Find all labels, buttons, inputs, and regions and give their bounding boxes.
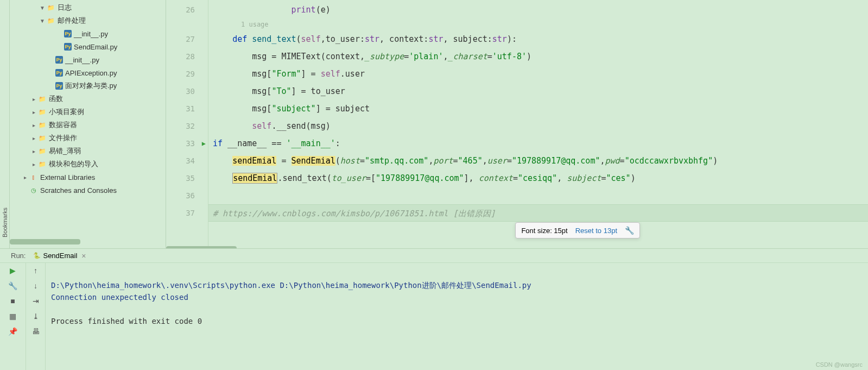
tree-item-label: SendEmail.py bbox=[74, 43, 117, 51]
folder-icon: 📁 bbox=[47, 3, 55, 12]
line-number: 29 bbox=[166, 65, 208, 83]
tree-item[interactable]: PyAPIException.py bbox=[10, 66, 166, 79]
close-icon[interactable]: × bbox=[81, 252, 86, 260]
line-number: 32 bbox=[166, 117, 208, 135]
tree-item[interactable]: ▼📁日志 bbox=[10, 1, 166, 14]
usage-hint[interactable]: 1 usage bbox=[208, 18, 868, 30]
chevron-icon[interactable]: ▼ bbox=[38, 5, 47, 11]
tree-item-label: 小项目案例 bbox=[49, 107, 84, 117]
tree-item-label: 易错_薄弱 bbox=[49, 146, 81, 156]
run-header: Run: 🐍 SendEmail × bbox=[0, 249, 868, 263]
run-gutter-icon[interactable]: ▶ bbox=[202, 140, 206, 147]
tree-item-label: 邮件处理 bbox=[58, 16, 86, 26]
wrench-icon[interactable]: 🔧 bbox=[8, 281, 17, 290]
run-body: ▶ 🔧 ■ ▦ 📌 ↑ ↓ ⇥ ⤓ 🖶 D:\Python\heima_home… bbox=[0, 263, 868, 370]
watermark: CSDN @wangsrc bbox=[816, 361, 863, 368]
python-icon: 🐍 bbox=[33, 252, 41, 259]
scrollbar-thumb[interactable] bbox=[166, 246, 237, 248]
folder-icon: 📁 bbox=[38, 95, 47, 103]
run-label: Run: bbox=[11, 252, 26, 260]
folder-icon: 📁 bbox=[47, 16, 55, 25]
code-line[interactable]: msg["Form"] = self.user bbox=[208, 65, 868, 83]
tree-item[interactable]: ▸📁数据容器 bbox=[10, 118, 166, 131]
tree-item[interactable]: ▸📁易错_薄弱 bbox=[10, 145, 166, 158]
chevron-icon[interactable]: ▸ bbox=[29, 148, 38, 154]
wrap-icon[interactable]: ⇥ bbox=[33, 297, 39, 305]
chevron-icon[interactable]: ▸ bbox=[29, 161, 38, 167]
tree-item[interactable]: Py__init__.py bbox=[10, 53, 166, 66]
line-number: 33▶ bbox=[166, 135, 208, 152]
editor[interactable]: 2627282930313233▶34353637 print(e)1 usag… bbox=[166, 0, 868, 248]
code-line[interactable]: # https://www.cnblogs.com/kimsbo/p/10671… bbox=[208, 204, 868, 222]
tree-item-label: 日志 bbox=[58, 3, 72, 12]
code-area[interactable]: print(e)1 usage def send_text(self,to_us… bbox=[208, 0, 868, 248]
tree-item[interactable]: ▸📁函数 bbox=[10, 92, 166, 105]
scroll-icon[interactable]: ⤓ bbox=[33, 312, 39, 321]
tree-scrollbar[interactable] bbox=[10, 239, 80, 244]
code-line[interactable]: sendEmial = SendEmial(host="smtp.qq.com"… bbox=[208, 152, 868, 170]
python-file-icon: Py bbox=[55, 56, 63, 64]
tree-item[interactable]: ◷Scratches and Consoles bbox=[10, 184, 166, 197]
tree-item[interactable]: ▸📁小项目案例 bbox=[10, 105, 166, 118]
reset-font-link[interactable]: Reset to 13pt bbox=[575, 227, 617, 235]
code-line[interactable]: sendEmial.send_text(to_user=["197889917@… bbox=[208, 170, 868, 187]
code-line[interactable]: msg["subject"] = subject bbox=[208, 100, 868, 117]
line-number: 26 bbox=[166, 1, 208, 18]
output-command: D:\Python\heima_homework\.venv\Scripts\p… bbox=[51, 281, 531, 290]
layout-icon[interactable]: ▦ bbox=[9, 312, 16, 321]
chevron-icon[interactable]: ▸ bbox=[29, 109, 38, 115]
tree-item-label: 数据容器 bbox=[49, 120, 77, 130]
code-line[interactable]: print(e) bbox=[208, 1, 868, 18]
folder-icon: 📁 bbox=[38, 147, 47, 155]
tree-item[interactable]: PySendEmail.py bbox=[10, 40, 166, 53]
wrench-icon[interactable]: 🔧 bbox=[625, 226, 634, 235]
tree-item[interactable]: Py__init__.py bbox=[10, 27, 166, 40]
run-tab[interactable]: 🐍 SendEmail × bbox=[30, 250, 89, 261]
chevron-icon[interactable]: ▼ bbox=[38, 18, 47, 24]
code-line[interactable]: if __name__ == '__main__': bbox=[208, 135, 868, 152]
chevron-icon[interactable]: ▸ bbox=[29, 96, 38, 102]
tree-item-label: 函数 bbox=[49, 94, 63, 104]
code-line[interactable]: self.__send(msg) bbox=[208, 117, 868, 135]
project-tree[interactable]: ▼📁日志▼📁邮件处理Py__init__.pyPySendEmail.pyPy_… bbox=[10, 0, 166, 248]
code-line[interactable]: def send_text(self,to_user:str, context:… bbox=[208, 30, 868, 48]
font-size-text: Font size: 15pt bbox=[521, 227, 567, 235]
font-size-popup: Font size: 15pt Reset to 13pt 🔧 bbox=[515, 222, 640, 239]
bookmarks-strip[interactable]: Bookmarks bbox=[0, 0, 10, 248]
line-number: 28 bbox=[166, 48, 208, 65]
folder-icon: 📁 bbox=[38, 160, 47, 168]
run-toolbar-primary: ▶ 🔧 ■ ▦ 📌 bbox=[0, 263, 26, 370]
tree-item[interactable]: ▸⫿External Libraries bbox=[10, 171, 166, 184]
chevron-icon[interactable]: ▸ bbox=[29, 122, 38, 128]
python-file-icon: Py bbox=[64, 43, 72, 51]
run-output[interactable]: D:\Python\heima_homework\.venv\Scripts\p… bbox=[46, 263, 868, 370]
python-file-icon: Py bbox=[64, 30, 72, 37]
tree-item-label: Scratches and Consoles bbox=[40, 186, 117, 195]
tree-item[interactable]: ▸📁模块和包的导入 bbox=[10, 158, 166, 171]
code-line[interactable]: msg = MIMEText(context,_subtype='plain',… bbox=[208, 48, 868, 65]
tree-item-label: __init__.py bbox=[65, 56, 99, 64]
code-line[interactable] bbox=[208, 187, 868, 204]
scratch-icon: ◷ bbox=[29, 186, 38, 195]
pin-icon[interactable]: 📌 bbox=[8, 327, 17, 336]
run-tab-name: SendEmail bbox=[43, 252, 77, 260]
tree-item[interactable]: Py面对对象与类.py bbox=[10, 79, 166, 92]
main-area: Bookmarks ▼📁日志▼📁邮件处理Py__init__.pyPySendE… bbox=[0, 0, 868, 248]
line-number: 37 bbox=[166, 204, 208, 222]
tree-item[interactable]: ▼📁邮件处理 bbox=[10, 14, 166, 27]
stop-icon[interactable]: ■ bbox=[10, 297, 15, 305]
run-toolbar-secondary: ↑ ↓ ⇥ ⤓ 🖶 bbox=[26, 263, 46, 370]
up-icon[interactable]: ↑ bbox=[34, 266, 37, 275]
run-icon[interactable]: ▶ bbox=[10, 266, 16, 275]
code-line[interactable]: msg["To"] = to_user bbox=[208, 83, 868, 100]
chevron-icon[interactable]: ▸ bbox=[29, 135, 38, 141]
tree-item[interactable]: ▸📁文件操作 bbox=[10, 131, 166, 145]
print-icon[interactable]: 🖶 bbox=[32, 327, 40, 336]
folder-icon: 📁 bbox=[38, 108, 47, 116]
output-error: Connection unexpectedly closed bbox=[51, 293, 188, 302]
chevron-icon[interactable]: ▸ bbox=[21, 174, 29, 180]
line-number: 31 bbox=[166, 100, 208, 117]
down-icon[interactable]: ↓ bbox=[34, 281, 37, 290]
gutter: 2627282930313233▶34353637 bbox=[166, 0, 208, 248]
line-number: 30 bbox=[166, 83, 208, 100]
